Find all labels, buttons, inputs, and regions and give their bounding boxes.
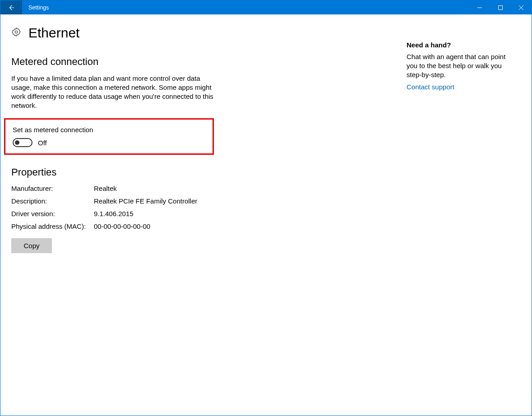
gear-icon — [11, 27, 21, 39]
property-row: Physical address (MAC): 00-00-00-00-00-0… — [11, 222, 396, 230]
svg-rect-0 — [499, 5, 503, 9]
metered-toggle-label: Set as metered connection — [13, 126, 208, 134]
help-heading: Need a hand? — [407, 41, 521, 49]
page-header: Ethernet — [11, 25, 396, 41]
window-title: Settings — [22, 0, 49, 14]
toggle-knob — [15, 140, 19, 145]
arrow-left-icon — [7, 4, 15, 12]
contact-support-link[interactable]: Contact support — [407, 83, 521, 91]
maximize-button[interactable] — [490, 0, 511, 14]
content-area: Ethernet Metered connection If you have … — [0, 14, 532, 416]
property-value: Realtek — [94, 185, 117, 192]
minimize-button[interactable] — [469, 0, 490, 14]
svg-point-1 — [15, 31, 18, 33]
main-panel: Ethernet Metered connection If you have … — [0, 25, 407, 416]
close-icon — [519, 5, 523, 10]
metered-heading: Metered connection — [11, 56, 396, 68]
property-value: Realtek PCIe FE Family Controller — [94, 197, 197, 205]
property-row: Description: Realtek PCIe FE Family Cont… — [11, 197, 396, 205]
copy-button[interactable]: Copy — [11, 238, 52, 253]
close-button[interactable] — [511, 0, 532, 14]
metered-toggle-row: Off — [13, 138, 208, 147]
help-description: Chat with an agent that can point you to… — [407, 52, 510, 79]
metered-toggle-state: Off — [38, 139, 47, 147]
property-key: Driver version: — [11, 210, 94, 217]
property-row: Driver version: 9.1.406.2015 — [11, 210, 396, 217]
metered-toggle[interactable] — [13, 138, 32, 147]
metered-description: If you have a limited data plan and want… — [11, 74, 221, 110]
property-value: 9.1.406.2015 — [94, 210, 134, 217]
property-key: Physical address (MAC): — [11, 222, 94, 230]
minimize-icon — [477, 5, 482, 10]
property-row: Manufacturer: Realtek — [11, 185, 396, 192]
help-sidebar: Need a hand? Chat with an agent that can… — [407, 25, 532, 416]
back-button[interactable] — [0, 0, 22, 14]
page-title: Ethernet — [28, 25, 79, 41]
properties-table: Manufacturer: Realtek Description: Realt… — [11, 185, 396, 230]
property-key: Manufacturer: — [11, 185, 94, 192]
window-controls — [469, 0, 532, 14]
properties-heading: Properties — [11, 166, 396, 178]
titlebar-spacer — [49, 0, 469, 14]
property-value: 00-00-00-00-00-00 — [94, 222, 150, 230]
maximize-icon — [498, 5, 503, 10]
metered-toggle-highlight: Set as metered connection Off — [4, 118, 214, 155]
property-key: Description: — [11, 197, 94, 205]
titlebar: Settings — [0, 0, 532, 14]
